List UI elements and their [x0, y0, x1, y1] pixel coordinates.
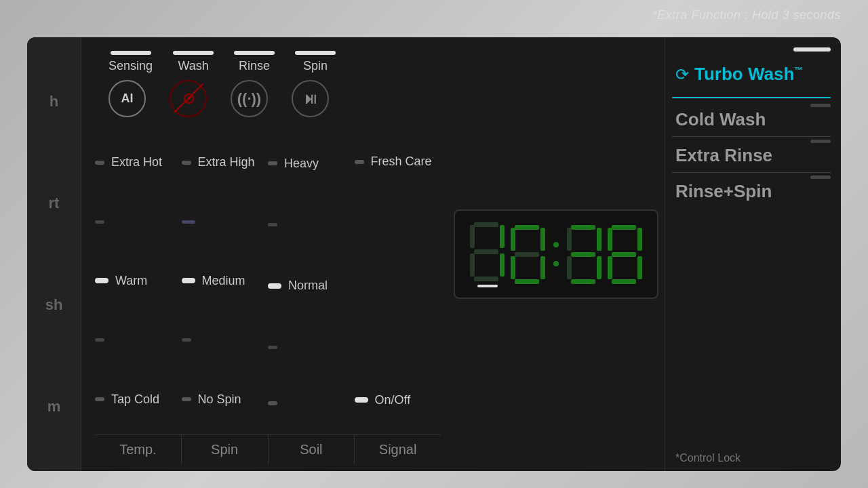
top-right-bar: [672, 47, 831, 52]
icons-row: AI ⊘ ((·)) ⏯: [95, 80, 441, 117]
soil-light[interactable]: [268, 399, 355, 408]
normal-label: Normal: [288, 279, 328, 293]
signal-fresh-care[interactable]: Fresh Care: [355, 152, 441, 171]
extra-rinse-divider: [672, 172, 831, 173]
rinse-spin-label: Rinse+Spin: [672, 181, 831, 202]
heavy-label: Heavy: [284, 157, 319, 171]
main-content: Sensing Wash Rinse Spin: [81, 37, 841, 471]
digit-1-underscore: [477, 285, 498, 287]
controls-section: Sensing Wash Rinse Spin: [81, 37, 448, 471]
stage-wash: Wash: [173, 51, 214, 73]
left-crop-h: h: [50, 93, 58, 110]
sensing-bar: [111, 51, 151, 55]
digit-1-wrapper: [469, 221, 506, 287]
d1-seg-br: [500, 253, 505, 277]
rinse-spin-option[interactable]: Rinse+Spin: [672, 176, 831, 202]
digit-2: [509, 224, 547, 285]
d3-seg-top: [571, 225, 595, 230]
extra-high-dot: [182, 161, 191, 165]
d2-seg-tl: [511, 228, 515, 251]
stage-rinse: Rinse: [234, 51, 275, 73]
stage-indicators: Sensing Wash Rinse Spin: [95, 51, 441, 73]
soil-spacer-2: [268, 346, 277, 349]
d4-seg-br: [637, 256, 642, 279]
extra-rinse-option[interactable]: Extra Rinse: [672, 140, 831, 166]
no-spin-dot: [182, 397, 191, 401]
digital-display-section: [448, 37, 665, 471]
cold-wash-divider: [672, 136, 831, 137]
signal-on-off[interactable]: On/Off: [355, 390, 441, 410]
soil-column: Heavy Normal: [268, 127, 355, 434]
spin-spacer-2: [182, 338, 191, 342]
d4-seg-bl: [608, 256, 612, 279]
warm-dot: [95, 278, 108, 283]
left-crop-rt: rt: [49, 195, 60, 212]
d1-seg-tl: [470, 225, 475, 248]
cold-wash-label: Cold Wash: [672, 109, 831, 130]
temp-spacer-2: [95, 338, 104, 342]
signal-empty: [355, 267, 441, 294]
top-right-indicator: [793, 47, 831, 52]
heavy-dot: [268, 161, 277, 165]
pause-button[interactable]: ⏯: [292, 80, 329, 117]
d4-seg-mid: [612, 252, 636, 257]
temp-tap-cold[interactable]: Tap Cold: [95, 390, 182, 409]
soil-normal[interactable]: Normal: [268, 276, 355, 296]
digit-4-wrapper: [606, 224, 644, 285]
d3-seg-bot: [571, 279, 595, 284]
options-grid: Extra Hot Warm Tap Cold: [95, 127, 441, 434]
d1-seg-bot: [474, 277, 498, 281]
temp-column: Extra Hot Warm Tap Cold: [95, 127, 182, 434]
rinse-bar: [234, 51, 275, 55]
no-spin-label: No Spin: [198, 392, 241, 407]
d3-seg-bl: [567, 256, 572, 279]
bottom-labels: Temp. Spin Soil Signal: [95, 434, 441, 464]
stage-sensing: Sensing: [108, 51, 153, 73]
d2-seg-mid: [515, 252, 539, 257]
ai-button[interactable]: AI: [108, 80, 146, 117]
extra-hot-dot: [95, 161, 104, 165]
digital-display: [454, 209, 658, 299]
no-steam-button[interactable]: ⊘: [170, 80, 207, 117]
soil-spacer-1: [268, 223, 277, 226]
turbo-wash-section[interactable]: ⟳ Turbo Wash™: [672, 57, 831, 92]
d1-seg-bl: [470, 253, 475, 277]
d4-seg-tr: [637, 228, 642, 251]
wifi-button[interactable]: ((·)): [231, 80, 268, 117]
d4-seg-tl: [608, 228, 612, 251]
d3-seg-tl: [567, 228, 572, 251]
spin-no-spin[interactable]: No Spin: [182, 390, 269, 409]
digit-2-wrapper: [509, 224, 547, 285]
right-panel: ⟳ Turbo Wash™ Cold Wash: [665, 37, 841, 471]
d2-seg-tr: [540, 228, 545, 251]
soil-bottom-label[interactable]: Soil: [269, 435, 355, 464]
on-off-label: On/Off: [375, 393, 411, 407]
soil-heavy[interactable]: Heavy: [268, 154, 355, 174]
signal-bottom-label[interactable]: Signal: [355, 435, 441, 464]
cold-wash-indicator: [810, 104, 831, 107]
rinse-label: Rinse: [239, 59, 270, 73]
cold-wash-option[interactable]: Cold Wash: [672, 104, 831, 130]
d4-seg-top: [612, 225, 636, 230]
spin-extra-high[interactable]: Extra High: [182, 152, 269, 172]
d2-seg-bot: [515, 279, 539, 284]
spin-label: Spin: [303, 59, 328, 73]
control-panel: h rt sh m Sensing Wash: [27, 37, 841, 471]
fresh-care-dot: [355, 160, 364, 164]
extra-high-label: Extra High: [198, 155, 255, 169]
sensing-label: Sensing: [108, 59, 153, 73]
d3-seg-tr: [597, 228, 601, 251]
digit-3-wrapper: [566, 224, 603, 285]
outer-frame: *Extra Function : Hold 3 seconds h rt sh…: [0, 0, 868, 488]
temp-warm[interactable]: Warm: [95, 271, 182, 291]
extra-rinse-indicator: [810, 140, 831, 143]
temp-extra-hot[interactable]: Extra Hot: [95, 152, 182, 172]
turbo-wash-divider: [672, 97, 831, 98]
temp-label[interactable]: Temp.: [95, 435, 182, 464]
extra-function-note: *Extra Function : Hold 3 seconds: [652, 8, 841, 22]
spin-bottom-label[interactable]: Spin: [182, 435, 269, 464]
ai-label: AI: [121, 92, 134, 106]
digit-3: [566, 224, 603, 285]
d2-seg-bl: [511, 256, 515, 279]
spin-medium[interactable]: Medium: [182, 271, 269, 291]
